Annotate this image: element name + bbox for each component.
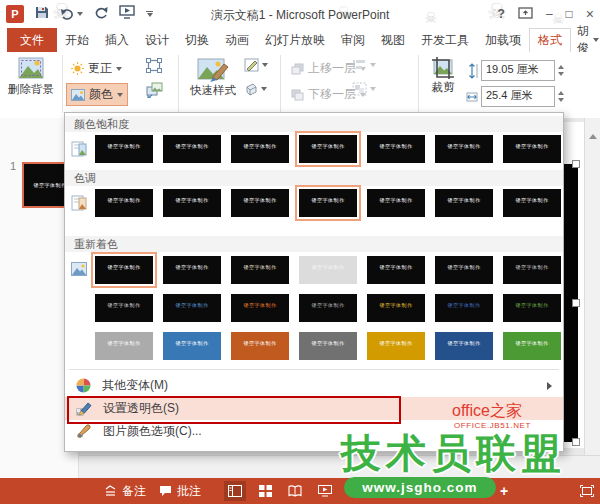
picture-border-button[interactable]: [244, 58, 268, 72]
resize-handle[interactable]: [572, 438, 580, 446]
gallery-thumb[interactable]: 镂空字体制作: [163, 294, 221, 322]
gallery-thumb-label: 镂空字体制作: [516, 340, 549, 360]
help-button[interactable]: ?: [498, 7, 505, 21]
picture-color-options-label: 图片颜色选项(C)...: [103, 423, 202, 440]
gallery-thumb[interactable]: 镂空字体制作: [367, 332, 425, 360]
gallery-thumb[interactable]: 镂空字体制作: [299, 256, 357, 284]
minimize-button[interactable]: –: [546, 7, 553, 21]
gallery-thumb[interactable]: 镂空字体制作: [503, 294, 561, 322]
group-objects-button[interactable]: [352, 82, 376, 96]
save-button[interactable]: [35, 5, 49, 23]
gallery-thumb[interactable]: 镂空字体制作: [231, 294, 289, 322]
quick-styles-button[interactable]: 快速样式: [186, 56, 240, 98]
shape-height-input[interactable]: 19.05 厘米: [481, 60, 555, 81]
set-transparent-color-menu-item[interactable]: 设置透明色(S): [65, 397, 563, 420]
gallery-thumb[interactable]: 镂空字体制作: [299, 189, 357, 217]
gallery-thumb-label: 镂空字体制作: [312, 264, 345, 284]
sun-icon: [71, 62, 84, 75]
undo-button[interactable]: [60, 8, 83, 21]
gallery-thumb[interactable]: 镂空字体制作: [299, 294, 357, 322]
group-caret-icon: [370, 87, 376, 91]
undo-dropdown-caret[interactable]: [77, 12, 83, 16]
width-spinner[interactable]: [558, 91, 564, 102]
tab-review[interactable]: 审阅: [333, 28, 373, 52]
gallery-thumb[interactable]: 镂空字体制作: [231, 332, 289, 360]
tab-home[interactable]: 开始: [57, 28, 97, 52]
gallery-thumb-label: 镂空字体制作: [448, 340, 481, 360]
height-spinner[interactable]: [558, 65, 564, 76]
tab-developer[interactable]: 开发工具: [413, 28, 477, 52]
customize-quick-access-button[interactable]: [146, 11, 153, 17]
gallery-thumb[interactable]: 镂空字体制作: [231, 189, 289, 217]
gallery-thumb[interactable]: 镂空字体制作: [503, 256, 561, 284]
remove-background-button[interactable]: 删除背景: [4, 56, 58, 97]
close-button[interactable]: ×: [586, 6, 594, 22]
gallery-thumb[interactable]: 镂空字体制作: [163, 256, 221, 284]
titlebar: ☠ ☠ ☠ ☠ ☠ P 演示文稿1 - Microsoft PowerPoi: [0, 0, 600, 28]
tab-view[interactable]: 视图: [373, 28, 413, 52]
align-objects-button[interactable]: [352, 58, 376, 71]
tab-addins[interactable]: 加载项: [477, 28, 529, 52]
slideshow-view-button[interactable]: [314, 481, 336, 501]
artistic-effects-button[interactable]: [146, 58, 162, 77]
gallery-thumb[interactable]: 镂空字体制作: [367, 256, 425, 284]
gallery-thumb[interactable]: 镂空字体制作: [503, 189, 561, 217]
gallery-thumb[interactable]: 镂空字体制作: [503, 332, 561, 360]
zoom-in-button[interactable]: +: [500, 478, 508, 504]
resize-handle[interactable]: [572, 160, 580, 168]
vertical-scrollbar[interactable]: [584, 118, 600, 478]
picture-border-caret-icon: [262, 63, 268, 67]
ribbon-display-options-button[interactable]: [518, 7, 533, 22]
change-picture-button[interactable]: [146, 82, 163, 102]
normal-view-button[interactable]: [224, 481, 246, 501]
gallery-thumb[interactable]: 镂空字体制作: [95, 332, 153, 360]
crop-button[interactable]: 裁剪: [424, 56, 462, 95]
scroll-up-arrow-icon[interactable]: [589, 134, 597, 139]
reading-view-button[interactable]: [284, 481, 306, 501]
tab-slideshow[interactable]: 幻灯片放映: [257, 28, 333, 52]
shape-width-input[interactable]: 25.4 厘米: [481, 86, 555, 107]
picture-effects-button[interactable]: [244, 82, 267, 96]
gallery-thumb[interactable]: 镂空字体制作: [95, 256, 153, 284]
picture-color-options-menu-item[interactable]: 图片颜色选项(C)...: [65, 420, 563, 443]
gallery-thumb[interactable]: 镂空字体制作: [435, 189, 493, 217]
tab-insert[interactable]: 插入: [97, 28, 137, 52]
gallery-thumb[interactable]: 镂空字体制作: [231, 256, 289, 284]
corrections-button[interactable]: 更正: [66, 57, 127, 80]
account-menu[interactable]: 胡俊: [573, 28, 600, 52]
gallery-thumb[interactable]: 镂空字体制作: [435, 294, 493, 322]
gallery-thumb[interactable]: 镂空字体制作: [231, 135, 289, 163]
gallery-thumb[interactable]: 镂空字体制作: [435, 256, 493, 284]
tab-design[interactable]: 设计: [137, 28, 177, 52]
gallery-thumb[interactable]: 镂空字体制作: [503, 135, 561, 163]
gallery-thumb[interactable]: 镂空字体制作: [163, 135, 221, 163]
gallery-thumb[interactable]: 镂空字体制作: [95, 294, 153, 322]
gallery-thumb[interactable]: 镂空字体制作: [435, 332, 493, 360]
tab-format[interactable]: 格式: [529, 28, 571, 52]
gallery-thumb[interactable]: 镂空字体制作: [367, 189, 425, 217]
notes-toggle-button[interactable]: 备注: [104, 478, 146, 504]
maximize-button[interactable]: □: [566, 7, 573, 21]
gallery-thumb[interactable]: 镂空字体制作: [95, 135, 153, 163]
gallery-thumb[interactable]: 镂空字体制作: [435, 135, 493, 163]
resize-handle[interactable]: [572, 299, 580, 307]
remove-background-icon: [17, 56, 45, 82]
tab-animations[interactable]: 动画: [217, 28, 257, 52]
gallery-thumb[interactable]: 镂空字体制作: [163, 189, 221, 217]
fit-slide-to-window-button[interactable]: [576, 481, 598, 501]
tab-transitions[interactable]: 切换: [177, 28, 217, 52]
gallery-thumb[interactable]: 镂空字体制作: [95, 189, 153, 217]
color-button[interactable]: 颜色: [66, 83, 128, 106]
gallery-thumb[interactable]: 镂空字体制作: [367, 135, 425, 163]
gallery-thumb[interactable]: 镂空字体制作: [163, 332, 221, 360]
redo-button[interactable]: [94, 5, 108, 23]
more-variations-menu-item[interactable]: 其他变体(M): [65, 374, 563, 397]
color-caret-icon: [117, 93, 123, 97]
gallery-thumb[interactable]: 镂空字体制作: [299, 135, 357, 163]
gallery-thumb[interactable]: 镂空字体制作: [367, 294, 425, 322]
slide-sorter-view-button[interactable]: [254, 481, 276, 501]
tab-file[interactable]: 文件: [7, 28, 57, 52]
comments-toggle-button[interactable]: 批注: [159, 478, 201, 504]
gallery-thumb[interactable]: 镂空字体制作: [299, 332, 357, 360]
start-slideshow-button[interactable]: [119, 5, 135, 23]
